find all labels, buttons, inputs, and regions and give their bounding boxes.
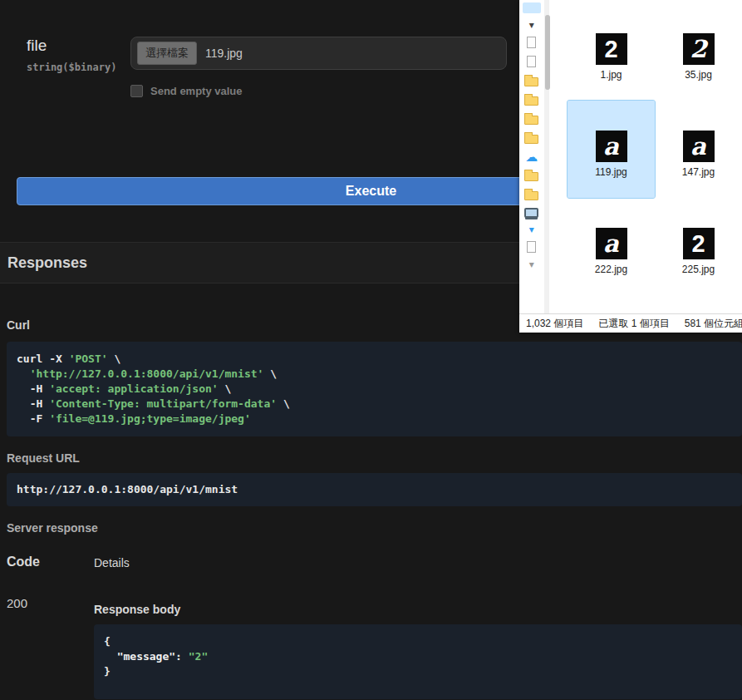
folder-icon[interactable] [524, 172, 538, 181]
folder-icon[interactable] [524, 77, 538, 86]
monitor-icon[interactable] [524, 208, 538, 218]
selected-count: 已選取 1 個項目 [598, 317, 669, 331]
file-item[interactable]: a 147.jpg [655, 101, 742, 198]
digit-thumbnail: a [683, 131, 715, 162]
file-icon[interactable] [527, 56, 536, 67]
request-url-value: http://127.0.0.1:8000/api/v1/mnist [17, 482, 732, 497]
request-url-block: http://127.0.0.1:8000/api/v1/mnist [7, 473, 742, 506]
server-response-table: Code Details 200 Response body { "messag… [7, 555, 742, 699]
selected-size: 581 個位元組 [685, 317, 742, 331]
file-icon[interactable] [527, 37, 536, 48]
file-item-label: 225.jpg [682, 264, 715, 275]
folder-icon[interactable] [524, 191, 538, 200]
response-body-block[interactable]: { "message": "2"} [94, 624, 742, 699]
file-item[interactable]: 2 35.jpg [655, 3, 742, 101]
responses-title: Responses [7, 254, 87, 272]
curl-command-block[interactable]: curl -X 'POST' \ 'http://127.0.0.1:8000/… [7, 342, 742, 436]
file-icon[interactable] [527, 241, 536, 253]
request-url-title: Request URL [7, 451, 742, 465]
choose-file-button[interactable]: 選擇檔案 [137, 42, 197, 65]
folder-icon[interactable] [524, 135, 538, 144]
file-item[interactable]: 2 1.jpg [568, 3, 655, 101]
file-grid: 2 1.jpg 2 35.jpg a 119.jpg a 147.jpg a [549, 0, 742, 313]
status-bar: 1,032 個項目 已選取 1 個項目 581 個位元組 [519, 313, 742, 333]
file-item-selected[interactable]: a 119.jpg [568, 101, 655, 198]
digit-thumbnail: 2 [596, 33, 627, 65]
file-item-label: 35.jpg [685, 69, 712, 81]
curl-line: -H 'Content-Type: multipart/form-data' \ [17, 397, 732, 412]
scroll-down-icon[interactable]: ▾ [529, 260, 534, 269]
file-open-dialog: ▾ ☁ ▾ ▾ 2 1.jpg [519, 0, 742, 333]
folder-icon[interactable] [524, 96, 538, 106]
details-cell: Response body { "message": "2"} [94, 569, 742, 699]
explorer-main: ▾ ☁ ▾ ▾ 2 1.jpg [519, 0, 742, 313]
response-body-line: } [104, 664, 732, 679]
response-body-title: Response body [94, 603, 742, 616]
curl-line: 'http://127.0.0.1:8000/api/v1/mnist' \ [17, 367, 732, 382]
responses-body: Curl curl -X 'POST' \ 'http://127.0.0.1:… [0, 318, 742, 699]
file-item-label: 1.jpg [600, 69, 622, 81]
cloud-icon[interactable]: ☁ [525, 151, 538, 162]
selected-file-name: 119.jpg [205, 47, 243, 60]
folder-tree-pane: ▾ ☁ ▾ ▾ [519, 0, 544, 313]
folder-icon[interactable] [524, 116, 538, 125]
digit-thumbnail: a [596, 228, 627, 259]
send-empty-label: Send empty value [150, 85, 243, 97]
file-item[interactable]: 2 225.jpg [655, 198, 742, 295]
scrollbar-thumb[interactable] [545, 15, 550, 90]
curl-line: -F 'file=@119.jpg;type=image/jpeg' [17, 412, 732, 426]
file-upload-input[interactable]: 選擇檔案 119.jpg [130, 37, 507, 70]
digit-thumbnail: 2 [683, 33, 715, 65]
file-item-label: 119.jpg [595, 166, 627, 178]
file-item-label: 222.jpg [595, 264, 627, 275]
chevron-down-icon[interactable]: ▾ [529, 225, 534, 234]
digit-thumbnail: a [596, 131, 627, 162]
curl-line: -H 'accept: application/json' \ [17, 382, 732, 397]
chevron-down-icon[interactable]: ▾ [529, 21, 534, 29]
file-item-label: 147.jpg [682, 166, 715, 178]
digit-thumbnail: 2 [683, 228, 715, 259]
server-response-title: Server response [7, 521, 742, 535]
items-count: 1,032 個項目 [526, 317, 583, 331]
swagger-ui-screen: file string($binary) 選擇檔案 119.jpg Send e… [0, 0, 742, 700]
param-type: string($binary) [27, 62, 130, 73]
status-code: 200 [7, 596, 94, 699]
code-column-header: Code [7, 555, 94, 569]
response-body-line: "message": "2" [104, 649, 732, 664]
send-empty-checkbox[interactable] [130, 85, 143, 97]
response-body-line: { [104, 634, 732, 649]
curl-line: curl -X 'POST' \ [17, 352, 732, 367]
details-column-header: Details [94, 555, 742, 569]
tree-scrollbar[interactable] [544, 0, 549, 313]
param-name: file [27, 37, 130, 55]
parameter-meta: file string($binary) [27, 37, 130, 97]
tree-selected-item[interactable] [523, 2, 541, 13]
file-item[interactable]: a 222.jpg [568, 198, 655, 295]
